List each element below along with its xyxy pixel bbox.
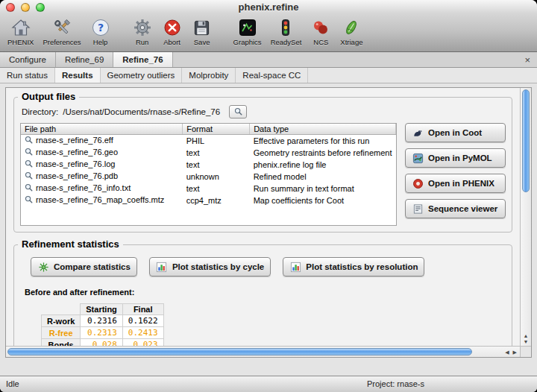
stat-final-value: 0.1622 [122, 315, 163, 327]
file-path: rnase-s_refine_76.log [36, 159, 115, 168]
scroll-down-arrow-icon[interactable]: ▼ [524, 339, 529, 344]
file-path: rnase-s_refine_76.eff [36, 136, 113, 145]
scrollbar-corner [520, 346, 531, 357]
column-format[interactable]: Format [183, 124, 250, 135]
column-starting: Starting [81, 304, 123, 315]
magnifier-icon [25, 183, 33, 193]
output-files-group: Output files Directory: /Users/nat/Docum… [13, 97, 512, 233]
file-row[interactable]: rnase-s_refine_76.pdb unknown Refined mo… [21, 171, 396, 183]
toolbar-label: PHENIX [7, 38, 34, 46]
toolbar-label: Graphics [233, 38, 262, 46]
subtab-run-status[interactable]: Run status [0, 68, 55, 83]
vertical-scrollbar-thumb[interactable] [522, 89, 530, 192]
output-files-heading: Output files [18, 91, 79, 102]
statistics-buttons-row: Compare statistics Plot statistics by cy… [31, 257, 506, 276]
scroll-left-arrow-icon[interactable]: ◀ [505, 350, 509, 355]
graphics-button[interactable]: Graphics [229, 16, 266, 47]
gear-icon [133, 17, 152, 38]
column-file-path[interactable]: File path [21, 124, 183, 135]
ncs-icon [312, 17, 330, 38]
horizontal-scroll-arrows: ◀ ▶ [505, 347, 517, 357]
stat-label: R-free [42, 327, 81, 339]
phenix-button[interactable]: PHENIX [3, 16, 38, 47]
browse-directory-button[interactable] [229, 105, 247, 118]
horizontal-scrollbar[interactable]: ◀ ▶ [6, 346, 520, 357]
before-after-caption: Before and after refinement: [25, 288, 506, 297]
readyset-button[interactable]: ReadySet [266, 16, 307, 47]
file-path: rnase-s_refine_76.pdb [36, 171, 118, 180]
stat-starting-value: 0.2316 [81, 315, 123, 327]
pymol-icon [412, 152, 424, 164]
refinement-statistics-heading: Refinement statistics [18, 238, 123, 250]
compare-statistics-button[interactable]: Compare statistics [31, 257, 137, 276]
compare-star-icon [37, 261, 49, 273]
xtriage-button[interactable]: Xtriage [336, 16, 367, 47]
bar-chart-icon [289, 261, 301, 273]
toolbar-label: Help [93, 38, 108, 46]
abort-button[interactable]: Abort [157, 16, 187, 47]
output-files-table[interactable]: File path Format Data type rnase-s_refin… [20, 123, 397, 226]
vertical-scrollbar[interactable]: ▲ ▼ [520, 88, 531, 346]
tab-refine-69[interactable]: Refine_69 [56, 52, 113, 67]
file-type: Map coefficients for Coot [250, 195, 396, 206]
save-button[interactable]: Save [187, 16, 217, 47]
close-window-button[interactable] [6, 3, 15, 12]
tab-refine-76[interactable]: Refine_76 [113, 52, 172, 67]
ncs-button[interactable]: NCS [306, 16, 336, 47]
file-row[interactable]: rnase-s_refine_76.log text phenix.refine… [21, 159, 396, 171]
file-row[interactable]: rnase-s_refine_76.eff PHIL Effective par… [21, 135, 396, 147]
subtab-geometry-outliers[interactable]: Geometry outliers [101, 68, 183, 83]
abort-x-icon [163, 17, 181, 38]
file-format: ccp4_mtz [183, 195, 250, 206]
file-table-header[interactable]: File path Format Data type [21, 124, 396, 135]
project-name-label: Project: rnase-s [367, 376, 424, 392]
refinement-stats-table: Starting Final R-work 0.2316 0.1622 R-fr… [41, 303, 164, 346]
window-title: phenix.refine [0, 0, 537, 15]
file-format: text [183, 183, 250, 195]
file-row[interactable]: rnase-s_refine_76_info.txt text Run summ… [21, 183, 396, 195]
subtab-molprobity[interactable]: Molprobity [182, 68, 236, 83]
title-bar[interactable]: phenix.refine [0, 0, 537, 15]
file-row[interactable]: rnase-s_refine_76_map_coeffs.mtz ccp4_mt… [21, 195, 396, 206]
app-window: phenix.refine PHENIX Preferences ? Help … [0, 0, 537, 392]
file-type: Geometry restraints before refinement [250, 147, 396, 159]
stat-label: R-work [42, 315, 81, 327]
scroll-right-arrow-icon[interactable]: ▶ [513, 350, 517, 355]
graphics-icon [239, 17, 257, 38]
file-type: Refined model [250, 171, 396, 183]
open-in-phenix-button[interactable]: Open in PHENIX [405, 174, 506, 193]
file-path: rnase-s_refine_76_map_coeffs.mtz [36, 195, 164, 204]
file-row[interactable]: rnase-s_refine_76.geo text Geometry rest… [21, 147, 396, 159]
toolbar-label: Abort [163, 38, 180, 46]
close-tab-icon[interactable]: × [518, 52, 537, 67]
toolbar: PHENIX Preferences ? Help Run Abort Save [0, 15, 537, 52]
stats-row: R-free 0.2313 0.2413 [42, 327, 164, 339]
column-data-type[interactable]: Data type [250, 124, 396, 135]
button-label: Open in PHENIX [428, 179, 494, 188]
horizontal-scrollbar-thumb[interactable] [7, 348, 472, 355]
toolbar-label: Xtriage [340, 38, 362, 46]
tab-strip: Configure Refine_69 Refine_76 × [0, 52, 537, 68]
minimize-window-button[interactable] [21, 3, 30, 12]
sequence-viewer-button[interactable]: Sequence viewer [405, 199, 506, 218]
subtab-results[interactable]: Results [55, 68, 101, 83]
open-in-pymol-button[interactable]: Open in PyMOL [405, 148, 506, 168]
magnifier-icon [25, 159, 33, 169]
zoom-window-button[interactable] [36, 3, 45, 12]
stat-label: Bonds [42, 339, 81, 347]
subtab-real-space-cc[interactable]: Real-space CC [236, 68, 308, 83]
plot-by-cycle-button[interactable]: Plot statistics by cycle [149, 257, 271, 276]
help-button[interactable]: ? Help [86, 16, 116, 47]
run-button[interactable]: Run [128, 16, 157, 47]
floppy-disk-icon [193, 17, 210, 38]
plot-by-resolution-button[interactable]: Plot statistics by resolution [283, 257, 424, 276]
toolbar-label: Run [136, 38, 148, 46]
button-label: Plot statistics by cycle [172, 262, 264, 271]
scroll-up-arrow-icon[interactable]: ▲ [524, 333, 529, 338]
blank-cell [42, 304, 81, 315]
magnifier-icon [25, 171, 33, 181]
tab-configure[interactable]: Configure [0, 52, 56, 67]
file-path: rnase-s_refine_76.geo [36, 148, 118, 157]
preferences-button[interactable]: Preferences [38, 16, 85, 47]
open-in-coot-button[interactable]: Open in Coot [405, 123, 506, 142]
